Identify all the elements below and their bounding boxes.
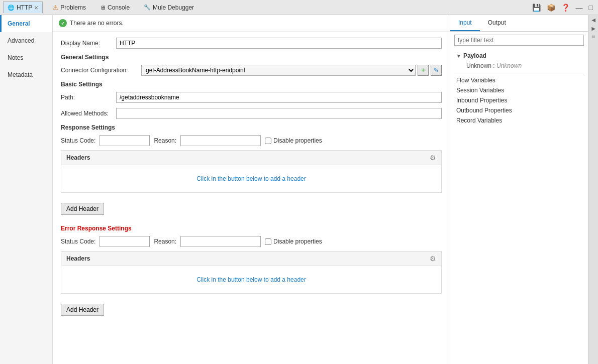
save-icon[interactable]: 💾 (530, 3, 543, 13)
right-panel: Input Output ▼ Payload Unknown : Unknown (450, 15, 588, 364)
tree-outbound-properties[interactable]: Outbound Properties (454, 105, 584, 115)
error-status-code-row: Status Code: Reason: Disable properties (61, 236, 442, 247)
response-status-code-row: Status Code: Reason: Disable properties (61, 135, 442, 146)
sidebar-item-notes[interactable]: Notes (0, 49, 52, 66)
tab-problems-label: Problems (60, 4, 86, 11)
far-right-icon-3[interactable]: ≡ (590, 35, 596, 38)
tab-http-label: HTTP (17, 4, 32, 11)
tab-console-label: Console (108, 4, 130, 11)
toolbar-icons: 💾 📦 ❓ — □ (530, 3, 595, 13)
response-headers-section: Headers ⚙ Click in the button below to a… (61, 150, 442, 193)
error-reason-input[interactable] (180, 236, 261, 247)
tree-unknown-label: Unknown : Unknown (466, 62, 522, 69)
main-layout: General Advanced Notes Metadata ✓ There … (0, 15, 598, 364)
tree-flow-variables-label: Flow Variables (456, 77, 495, 84)
tree-session-variables[interactable]: Session Variables (454, 85, 584, 95)
display-name-row: Display Name: (61, 38, 442, 49)
far-right-icon-1[interactable]: ▶ (590, 18, 596, 24)
tree-inbound-properties-label: Inbound Properties (456, 97, 507, 104)
allowed-methods-row: Allowed Methods: (61, 108, 442, 119)
tree-flow-variables[interactable]: Flow Variables (454, 75, 584, 85)
error-status-code-input[interactable] (99, 236, 150, 247)
status-icon: ✓ (59, 19, 67, 27)
form-area: Display Name: General Settings Connector… (53, 32, 450, 364)
tree-outbound-properties-label: Outbound Properties (456, 107, 512, 114)
error-headers-settings-icon[interactable]: ⚙ (430, 255, 436, 263)
error-headers-title-row: Headers ⚙ (61, 252, 441, 266)
package-icon[interactable]: 📦 (545, 3, 557, 13)
response-headers-title: Headers (66, 154, 90, 161)
response-settings-title: Response Settings (61, 124, 442, 131)
display-name-label: Display Name: (61, 40, 116, 47)
display-name-input[interactable] (116, 38, 442, 49)
tree-unknown-item[interactable]: Unknown : Unknown (464, 61, 584, 71)
tab-input[interactable]: Input (450, 15, 480, 31)
tree-record-variables[interactable]: Record Variables (454, 115, 584, 126)
maximize-icon[interactable]: □ (587, 3, 595, 13)
far-right-icon-2[interactable]: ◀ (590, 27, 596, 32)
response-headers-title-row: Headers ⚙ (61, 151, 441, 165)
tab-http[interactable]: 🌐 HTTP ✕ (3, 2, 43, 13)
response-reason-label: Reason: (154, 137, 176, 144)
error-status-code-label: Status Code: (61, 238, 95, 245)
right-panel-tabs: Input Output (450, 15, 588, 32)
allowed-methods-input[interactable] (116, 108, 442, 119)
tree-session-variables-label: Session Variables (456, 87, 504, 94)
error-disable-properties-checkbox[interactable] (265, 238, 271, 245)
connector-config-select[interactable]: get-AddressBookName-http-endpoint (141, 65, 416, 76)
far-right-strip: ▶ ◀ ≡ (588, 15, 598, 364)
path-label: Path: (61, 94, 116, 101)
status-message: There are no errors. (70, 20, 124, 27)
mule-debugger-icon: 🔧 (144, 4, 151, 11)
problems-icon: ⚠ (53, 4, 58, 11)
connector-config-label: Connector Configuration: (61, 67, 141, 74)
tree-payload-label: Payload (463, 52, 486, 59)
response-headers-settings-icon[interactable]: ⚙ (430, 154, 436, 162)
error-response-settings-title: Error Response Settings (61, 225, 442, 232)
tree-payload-child: Unknown : Unknown (454, 61, 584, 71)
general-settings-title: General Settings (61, 54, 442, 61)
tab-problems[interactable]: ⚠ Problems (49, 4, 90, 11)
tree-record-variables-label: Record Variables (456, 117, 502, 124)
response-reason-input[interactable] (180, 135, 261, 146)
console-icon: 🖥 (100, 5, 106, 11)
error-add-header-button[interactable]: Add Header (61, 304, 104, 316)
tree-inbound-properties[interactable]: Inbound Properties (454, 95, 584, 105)
path-input[interactable] (116, 92, 442, 103)
sidebar-item-advanced[interactable]: Advanced (0, 32, 52, 49)
response-status-code-label: Status Code: (61, 137, 95, 144)
tree-payload[interactable]: ▼ Payload (454, 51, 584, 61)
filter-input[interactable] (454, 35, 584, 46)
path-row: Path: (61, 92, 442, 103)
response-status-code-input[interactable] (99, 135, 150, 146)
connector-add-button[interactable]: + (418, 65, 429, 76)
sidebar-item-general[interactable]: General (0, 15, 52, 32)
tab-mule-debugger[interactable]: 🔧 Mule Debugger (140, 4, 198, 11)
chevron-down-icon: ▼ (456, 53, 461, 59)
close-http-icon[interactable]: ✕ (34, 5, 38, 11)
top-bar: 🌐 HTTP ✕ ⚠ Problems 🖥 Console 🔧 Mule Deb… (0, 0, 598, 15)
error-headers-body: Click in the button below to add a heade… (61, 266, 441, 293)
error-headers-title: Headers (66, 255, 90, 262)
allowed-methods-label: Allowed Methods: (61, 110, 116, 117)
response-add-header-button[interactable]: Add Header (61, 203, 104, 215)
error-disable-properties-label: Disable properties (265, 238, 322, 245)
center-content: ✓ There are no errors. Display Name: Gen… (53, 15, 450, 364)
tab-console[interactable]: 🖥 Console (96, 4, 134, 11)
response-disable-properties-label: Disable properties (265, 137, 322, 144)
tree-area: ▼ Payload Unknown : Unknown Flow Variabl… (450, 49, 588, 128)
response-disable-properties-checkbox[interactable] (265, 138, 271, 144)
help-icon[interactable]: ❓ (559, 3, 572, 13)
tab-output[interactable]: Output (480, 15, 514, 31)
connector-edit-button[interactable]: ✎ (431, 65, 442, 76)
sidebar-item-metadata[interactable]: Metadata (0, 66, 52, 83)
error-headers-section: Headers ⚙ Click in the button below to a… (61, 251, 442, 294)
status-bar: ✓ There are no errors. (53, 15, 450, 32)
tab-mule-debugger-label: Mule Debugger (153, 4, 194, 11)
response-headers-body: Click in the button below to add a heade… (61, 165, 441, 192)
basic-settings-title: Basic Settings (61, 81, 442, 88)
http-icon: 🌐 (8, 5, 15, 11)
connector-config-row: Connector Configuration: get-AddressBook… (61, 65, 442, 76)
error-reason-label: Reason: (154, 238, 176, 245)
minimize-icon[interactable]: — (574, 3, 585, 13)
